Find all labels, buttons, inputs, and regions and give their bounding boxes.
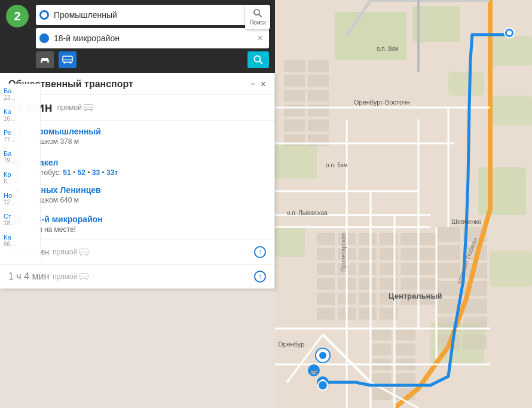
- alt-route-1-tag: прямой: [53, 248, 88, 256]
- to-input[interactable]: [54, 33, 255, 43]
- svg-line-126: [259, 14, 262, 17]
- svg-rect-51: [284, 105, 305, 116]
- svg-rect-74: [395, 343, 415, 355]
- svg-rect-127: [84, 105, 93, 110]
- from-input[interactable]: [54, 10, 255, 20]
- route-panel: Общественный транспорт − × 59 мин прямой: [0, 73, 275, 289]
- svg-rect-34: [418, 278, 436, 290]
- search-button[interactable]: [247, 51, 269, 68]
- sidebar-label-5[interactable]: Но: [4, 192, 36, 199]
- transport-type-row: [36, 51, 269, 68]
- sidebar-label-2[interactable]: Ре: [4, 129, 36, 136]
- sidebar-item-5[interactable]: Но 12...: [4, 192, 36, 205]
- svg-rect-35: [317, 293, 335, 305]
- svg-point-130: [91, 110, 92, 111]
- svg-rect-43: [359, 308, 377, 320]
- svg-rect-29: [317, 278, 335, 290]
- svg-rect-11: [317, 233, 335, 245]
- svg-rect-27: [418, 248, 436, 260]
- svg-rect-5: [490, 96, 532, 125]
- app-logo[interactable]: 2: [6, 5, 29, 27]
- sidebar-item-2[interactable]: Ре 77...: [4, 129, 36, 143]
- svg-rect-6: [478, 167, 526, 215]
- bus-icon: [84, 104, 93, 111]
- svg-rect-135: [80, 249, 88, 254]
- svg-rect-119: [63, 56, 72, 62]
- svg-rect-61: [436, 263, 460, 278]
- to-clear-btn[interactable]: ×: [255, 33, 265, 44]
- sidebar-item-0[interactable]: Ба 13...: [4, 87, 36, 101]
- svg-rect-70: [463, 335, 487, 349]
- left-panel: 2 × ×: [0, 0, 275, 289]
- sidebar-label-0[interactable]: Ба: [4, 87, 36, 94]
- from-search-row[interactable]: ×: [36, 5, 269, 25]
- sidebar-sub-7: 66...: [4, 241, 36, 247]
- destination-name[interactable]: 18-й микрорайон: [32, 214, 266, 224]
- sidebar-list: Ба 13... Ка 16... Ре 77... Ба 79... Кр 6…: [0, 84, 41, 258]
- svg-rect-15: [400, 233, 418, 245]
- svg-point-109: [318, 381, 328, 390]
- svg-point-142: [86, 279, 87, 280]
- bus-stop-name[interactable]: Факел: [32, 158, 266, 167]
- alt-route-2-expand-btn[interactable]: ↑: [254, 271, 266, 283]
- sidebar-item-3[interactable]: Ба 79...: [4, 150, 36, 164]
- sidebar-sub-6: 18...: [4, 220, 36, 226]
- alt-route-2-left: 1 ч 4 мин прямой: [8, 271, 88, 282]
- step-origin: Промышленный пешком 378 м: [8, 127, 266, 158]
- svg-text:🚌: 🚌: [310, 367, 318, 375]
- to-dot-icon: [39, 33, 49, 43]
- origin-subtitle: пешком 378 м: [32, 137, 266, 146]
- sidebar-label-7[interactable]: Ка: [4, 234, 36, 241]
- svg-rect-41: [317, 308, 335, 320]
- primary-route-duration: 59 мин прямой: [0, 95, 274, 121]
- svg-rect-50: [308, 90, 329, 102]
- sidebar-item-7[interactable]: Ка 66...: [4, 234, 36, 247]
- svg-rect-79: [371, 388, 392, 400]
- sidebar-label-4[interactable]: Кр: [4, 171, 36, 178]
- car-mode-btn[interactable]: [36, 51, 54, 68]
- svg-point-121: [64, 62, 66, 64]
- sidebar-label-6[interactable]: Ст: [4, 213, 36, 220]
- svg-point-141: [80, 279, 81, 280]
- svg-text:Оренбург-Восточн: Оренбург-Восточн: [354, 99, 410, 106]
- svg-rect-13: [359, 233, 377, 245]
- bus-mode-btn[interactable]: [59, 51, 77, 68]
- svg-rect-45: [284, 60, 305, 72]
- svg-rect-56: [308, 134, 329, 146]
- alt-route-2-tag: прямой: [53, 272, 88, 281]
- sidebar-item-6[interactable]: Ст 18...: [4, 213, 36, 226]
- alt-route-2-duration: 1 ч 4 мин: [8, 271, 49, 282]
- svg-text:Пролетарская: Пролетарская: [340, 233, 347, 272]
- sidebar-item-4[interactable]: Кр 6...: [4, 171, 36, 185]
- svg-rect-23: [359, 263, 377, 275]
- alt-route-1[interactable]: 1 ч 3 мин прямой ↑: [0, 240, 274, 264]
- svg-rect-3: [490, 36, 532, 66]
- alt-bus-icon-2: [79, 273, 88, 280]
- step-content-4: 18-й микрорайон Вы на месте!: [26, 214, 266, 234]
- sidebar-item-1[interactable]: Ка 16...: [4, 108, 36, 122]
- svg-rect-1: [335, 12, 406, 60]
- route-panel-header: Общественный транспорт − ×: [0, 73, 274, 95]
- svg-rect-16: [317, 248, 335, 260]
- svg-rect-25: [400, 263, 418, 275]
- close-panel-btn[interactable]: ×: [261, 79, 266, 89]
- to-search-row[interactable]: ×: [36, 28, 269, 48]
- svg-rect-20: [400, 248, 418, 260]
- svg-rect-72: [395, 329, 415, 340]
- bus-stop-buses: Автобус: 51 • 52 • 33 • 33т: [32, 168, 266, 177]
- alt-route-1-expand-btn[interactable]: ↑: [254, 246, 266, 258]
- sidebar-sub-1: 16...: [4, 115, 36, 122]
- alt-route-2[interactable]: 1 ч 4 мин прямой ↑: [0, 264, 274, 289]
- step-content-1: Промышленный пешком 378 м: [26, 127, 266, 154]
- svg-rect-46: [284, 75, 305, 87]
- minimize-panel-btn[interactable]: −: [250, 79, 255, 89]
- origin-name[interactable]: Промышленный: [32, 127, 266, 136]
- top-search-button[interactable]: Поиск: [245, 5, 270, 29]
- sidebar-label-3[interactable]: Ба: [4, 150, 36, 157]
- from-dot-icon: [39, 10, 49, 20]
- waypoint-name[interactable]: Юных Ленинцев: [32, 185, 266, 195]
- svg-point-138: [86, 254, 87, 256]
- svg-rect-57: [436, 227, 460, 242]
- svg-rect-18: [359, 248, 377, 260]
- sidebar-label-1[interactable]: Ка: [4, 108, 36, 115]
